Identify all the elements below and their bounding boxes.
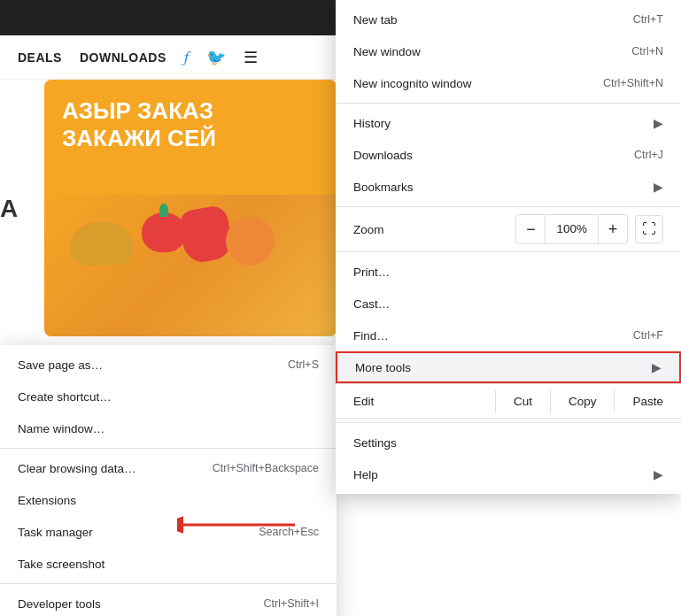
food-pasta — [71, 221, 133, 266]
settings-item[interactable]: Settings — [336, 427, 681, 458]
zoom-value: 100% — [545, 215, 599, 243]
developer-tools-item[interactable]: Developer tools Ctrl+Shift+I — [0, 588, 337, 616]
banner-food-image — [44, 195, 337, 336]
downloads-shortcut: Ctrl+J — [634, 149, 663, 161]
developer-tools-shortcut: Ctrl+Shift+I — [263, 597, 319, 610]
zoom-row: Zoom − 100% + ⛶ — [336, 211, 681, 248]
more-tools-arrow: ▶ — [652, 360, 662, 374]
food-tomato — [142, 212, 186, 252]
red-arrow-svg — [177, 507, 301, 543]
zoom-plus-button[interactable]: + — [599, 215, 627, 243]
zoom-minus-button[interactable]: − — [516, 215, 545, 243]
save-page-label: Save page as… — [18, 358, 103, 372]
create-shortcut-item[interactable]: Create shortcut… — [0, 381, 337, 412]
zoom-label: Zoom — [353, 223, 515, 236]
more-tools-item[interactable]: More tools ▶ — [336, 351, 681, 383]
nav-downloads[interactable]: DOWNLOADS — [80, 50, 166, 65]
copy-button[interactable]: Copy — [550, 389, 615, 413]
name-window-item[interactable]: Name window… — [0, 412, 337, 444]
clear-browsing-shortcut: Ctrl+Shift+Backspace — [213, 462, 319, 474]
bookmarks-label: Bookmarks — [353, 181, 414, 194]
edit-row: Edit Cut Copy Paste — [336, 383, 681, 419]
print-label: Print… — [353, 266, 390, 279]
more-tools-submenu: Save page as… Ctrl+S Create shortcut… Na… — [0, 345, 337, 616]
settings-label: Settings — [353, 436, 397, 450]
cut-button[interactable]: Cut — [495, 389, 550, 413]
new-tab-label: New tab — [353, 13, 398, 27]
webpage-letter: A — [0, 195, 18, 223]
paste-button[interactable]: Paste — [614, 389, 681, 413]
cast-label: Cast… — [353, 297, 390, 311]
take-screenshot-label: Take screenshot — [18, 558, 104, 571]
banner-text: АЗЫР ЗАКАЗЗАКАЖИ СЕЙ — [62, 97, 216, 152]
find-item[interactable]: Find… Ctrl+F — [336, 320, 681, 351]
clear-browsing-label: Clear browsing data… — [18, 462, 136, 475]
extensions-label: Extensions — [18, 494, 76, 507]
more-tools-label: More tools — [355, 361, 411, 374]
facebook-icon[interactable]: 𝑓 — [184, 48, 189, 66]
new-tab-shortcut: Ctrl+T — [633, 13, 663, 26]
arrow-annotation — [177, 507, 301, 545]
bookmarks-item[interactable]: Bookmarks ▶ — [336, 171, 681, 203]
help-label: Help — [353, 468, 378, 481]
fullscreen-button[interactable]: ⛶ — [635, 215, 663, 243]
developer-tools-label: Developer tools — [18, 597, 101, 611]
find-label: Find… — [353, 329, 389, 343]
save-page-shortcut: Ctrl+S — [288, 358, 319, 371]
clear-browsing-item[interactable]: Clear browsing data… Ctrl+Shift+Backspac… — [0, 452, 337, 484]
help-item[interactable]: Help ▶ — [336, 458, 681, 490]
new-window-item[interactable]: New window Ctrl+N — [336, 35, 681, 67]
fullscreen-icon: ⛶ — [642, 221, 656, 237]
save-page-item[interactable]: Save page as… Ctrl+S — [0, 349, 337, 381]
new-window-shortcut: Ctrl+N — [631, 45, 663, 58]
separator-3 — [336, 251, 681, 252]
find-shortcut: Ctrl+F — [633, 329, 663, 342]
new-incognito-shortcut: Ctrl+Shift+N — [603, 77, 663, 89]
submenu-separator-1 — [0, 448, 337, 449]
cast-item[interactable]: Cast… — [336, 288, 681, 320]
history-arrow: ▶ — [654, 116, 663, 130]
webpage-nav: DEALS DOWNLOADS 𝑓 🐦 ☰ — [0, 35, 337, 80]
new-tab-item[interactable]: New tab Ctrl+T — [336, 4, 681, 35]
zoom-controls: − 100% + — [515, 214, 628, 244]
submenu-separator-2 — [0, 583, 337, 584]
history-item[interactable]: History ▶ — [336, 107, 681, 139]
create-shortcut-label: Create shortcut… — [18, 390, 112, 404]
name-window-label: Name window… — [18, 422, 104, 435]
downloads-label: Downloads — [353, 149, 413, 162]
take-screenshot-item[interactable]: Take screenshot — [0, 548, 337, 580]
separator-4 — [336, 422, 681, 423]
new-window-label: New window — [353, 45, 421, 58]
nav-deals[interactable]: DEALS — [18, 50, 62, 65]
bookmarks-arrow: ▶ — [654, 180, 663, 194]
chrome-menu: New tab Ctrl+T New window Ctrl+N New inc… — [336, 0, 681, 494]
new-incognito-item[interactable]: New incognito window Ctrl+Shift+N — [336, 67, 681, 99]
edit-label: Edit — [336, 395, 495, 408]
food-orange — [226, 217, 275, 266]
separator-1 — [336, 103, 681, 104]
hamburger-icon[interactable]: ☰ — [244, 48, 258, 67]
new-incognito-label: New incognito window — [353, 77, 472, 90]
history-label: History — [353, 117, 391, 130]
help-arrow: ▶ — [654, 467, 663, 481]
task-manager-label: Task manager — [18, 526, 93, 539]
print-item[interactable]: Print… — [336, 256, 681, 288]
downloads-item[interactable]: Downloads Ctrl+J — [336, 139, 681, 171]
separator-2 — [336, 206, 681, 207]
twitter-icon[interactable]: 🐦 — [206, 48, 226, 67]
